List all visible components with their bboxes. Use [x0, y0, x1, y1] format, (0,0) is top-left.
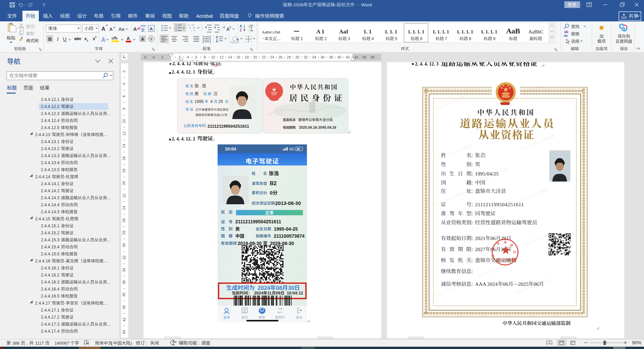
- svg-text:42: 42: [346, 55, 350, 59]
- svg-text:2.4.4.12.5: 2.4.4.12.5: [41, 125, 60, 130]
- svg-text:...: ...: [103, 259, 107, 263]
- svg-text:A: A: [141, 36, 144, 42]
- svg-text:2.4.4.13: 2.4.4.13: [35, 132, 50, 137]
- svg-text:2.4.4.14: 2.4.4.14: [35, 174, 50, 179]
- svg-text:6: 6: [122, 95, 126, 97]
- svg-text:-2026: -2026: [292, 2, 304, 7]
- svg-text:8: 8: [122, 108, 126, 110]
- svg-text:2.4.4.15.4: 2.4.4.15.4: [41, 245, 60, 249]
- svg-text:9: 9: [493, 36, 495, 41]
- svg-text:8: 8: [469, 36, 471, 41]
- svg-text:AaI: AaI: [339, 28, 348, 35]
- svg-text:4: 4: [153, 55, 155, 59]
- svg-text:1995/04/25: 1995/04/25: [475, 171, 499, 177]
- svg-text:44: 44: [122, 330, 126, 334]
- svg-text:2. 4. 4. 12. 2: 2. 4. 4. 12. 2: [172, 136, 195, 141]
- svg-text:1. 1. 1. 1: 1. 1. 1. 1: [408, 29, 424, 34]
- svg-text:4: 4: [187, 55, 189, 59]
- svg-text:11: 11: [267, 291, 271, 296]
- svg-text:44: 44: [354, 55, 358, 59]
- svg-text:4: 4: [372, 36, 374, 41]
- svg-text:22: 22: [122, 194, 126, 198]
- svg-text:A: A: [109, 27, 113, 32]
- svg-text:2.4.4.16.3: 2.4.4.16.3: [41, 280, 60, 284]
- svg-text:1: 1: [175, 24, 177, 26]
- svg-text:2.4.4.12.4: 2.4.4.12.4: [41, 118, 60, 123]
- svg-text:2.4.4.14.2: 2.4.4.14.2: [41, 189, 60, 193]
- svg-text:2: 2: [161, 55, 163, 59]
- svg-text:...: ...: [107, 196, 110, 200]
- svg-text:2: 2: [122, 71, 126, 73]
- svg-text:2.4.4.15.3: 2.4.4.15.3: [41, 238, 60, 242]
- svg-text:22: 22: [261, 55, 265, 59]
- svg-text:2.4.4.12.1: 2.4.4.12.1: [41, 97, 60, 102]
- svg-text:211121199504251611: 211121199504251611: [208, 124, 249, 129]
- svg-text:16: 16: [236, 55, 240, 59]
- svg-text:...: ...: [103, 301, 107, 306]
- svg-text:wén: wén: [140, 24, 146, 27]
- svg-text::: :: [146, 341, 148, 346]
- svg-text:A 1: A 1: [316, 28, 324, 35]
- svg-text:12: 12: [122, 131, 126, 135]
- svg-text:26: 26: [122, 218, 126, 222]
- svg-text:18: 18: [245, 55, 249, 59]
- svg-text:388: 388: [12, 341, 19, 346]
- svg-text:6: 6: [420, 36, 422, 41]
- svg-text:A: A: [127, 36, 130, 41]
- svg-text:ac: ac: [564, 34, 568, 37]
- svg-text:- Word: - Word: [355, 2, 372, 7]
- svg-text:...: ...: [107, 322, 110, 327]
- svg-text:...: ...: [277, 36, 280, 41]
- svg-text:1995-04-25: 1995-04-25: [274, 226, 298, 232]
- svg-text:6: 6: [144, 55, 146, 59]
- svg-text:20: 20: [122, 181, 126, 185]
- svg-text:2021: 2021: [475, 235, 485, 241]
- svg-text:2: 2: [87, 39, 88, 42]
- svg-text:38: 38: [329, 55, 333, 59]
- svg-text:28: 28: [122, 231, 126, 235]
- svg-text:2025.04.16-2045.04.16: 2025.04.16-2045.04.16: [299, 125, 336, 129]
- svg-text:2019-08-30: 2019-08-30: [238, 241, 263, 246]
- svg-text:24: 24: [270, 55, 274, 59]
- svg-text:14: 14: [122, 144, 126, 148]
- svg-text:2.4.4.17: 2.4.4.17: [35, 301, 50, 306]
- svg-text:1. 1. 1. 1: 1. 1. 1. 1: [481, 29, 497, 34]
- svg-text:1. 1. 1. 1: 1. 1. 1. 1: [433, 29, 449, 34]
- svg-text:Acrobat: Acrobat: [196, 13, 213, 19]
- svg-text:2.4.4.16.4: 2.4.4.16.4: [41, 287, 60, 292]
- svg-text:A: A: [133, 26, 137, 32]
- svg-text:AAA 2024: AAA 2024: [475, 281, 498, 287]
- svg-text:3: 3: [348, 36, 350, 41]
- svg-text:...: ...: [107, 280, 110, 284]
- svg-text:A: A: [101, 37, 105, 42]
- svg-text:A: A: [150, 26, 153, 31]
- svg-text:2.4.4.16.2: 2.4.4.16.2: [41, 273, 60, 277]
- svg-text:a: a: [189, 26, 191, 29]
- svg-text:1. 1. 1. 1: 1. 1. 1. 1: [457, 29, 473, 34]
- svg-text:06: 06: [534, 281, 539, 287]
- svg-text:12: 12: [220, 55, 224, 59]
- svg-text:2.4.4.14.4: 2.4.4.14.4: [41, 203, 60, 207]
- svg-text:2: 2: [95, 35, 97, 38]
- svg-text:0: 0: [270, 190, 272, 196]
- svg-text:30: 30: [288, 285, 294, 291]
- svg-text:18: 18: [122, 169, 126, 173]
- svg-text:2.4.4.13.4: 2.4.4.13.4: [41, 160, 60, 165]
- svg-text:90%: 90%: [632, 340, 641, 345]
- svg-text:-: -: [335, 2, 337, 7]
- svg-text:AaB: AaB: [506, 27, 520, 35]
- svg-text:2027: 2027: [475, 246, 485, 252]
- svg-text:09: 09: [276, 291, 280, 296]
- svg-text:2.4.4.16: 2.4.4.16: [35, 259, 50, 263]
- svg-text:2.4.4.16.1: 2.4.4.16.1: [41, 266, 60, 270]
- svg-text:42: 42: [122, 318, 126, 322]
- svg-text:1. 1. 1: 1. 1. 1: [385, 29, 397, 34]
- svg-text:5: 5: [395, 36, 397, 41]
- svg-text:32: 32: [122, 255, 126, 259]
- svg-text:2.4.4.14.1: 2.4.4.14.1: [41, 182, 60, 186]
- svg-text:2029-08-30: 2029-08-30: [270, 241, 294, 246]
- svg-text:2. 4. 4. 12. 3: 2. 4. 4. 12. 3: [415, 62, 438, 67]
- svg-text:2: 2: [175, 26, 177, 29]
- svg-text:1117: 1117: [35, 341, 44, 346]
- svg-text:48: 48: [371, 55, 375, 59]
